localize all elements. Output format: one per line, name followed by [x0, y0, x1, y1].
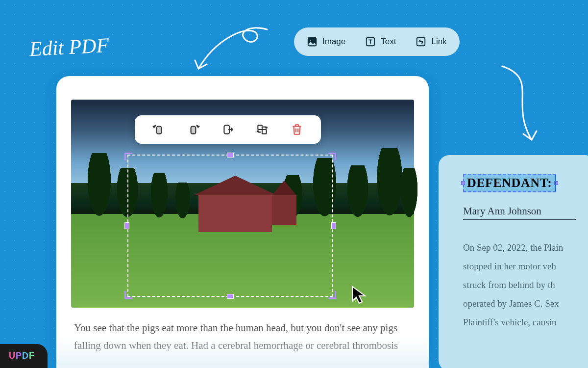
document-card-text: DEFENDANT: Mary Ann Johnson On Sep 02, 2… [439, 155, 588, 368]
brand-letter-d: D [22, 351, 29, 361]
brand-letter-f: F [29, 351, 35, 361]
delete-image-button[interactable] [289, 121, 305, 138]
replace-image-button[interactable] [254, 121, 270, 138]
svg-rect-5 [191, 127, 196, 134]
rotate-left-button[interactable] [150, 121, 167, 138]
image-icon [307, 36, 318, 47]
document-paragraph[interactable]: You see that the pigs eat more than the … [71, 319, 414, 354]
defendant-heading: DEFENDANT: [467, 176, 552, 190]
edit-type-toolbar: Image Text Link [294, 27, 460, 56]
crop-handle-w[interactable] [124, 222, 129, 229]
text-edit-selection[interactable]: DEFENDANT: [463, 174, 556, 192]
tool-text[interactable]: Text [365, 36, 396, 47]
svg-rect-8 [262, 130, 267, 134]
crop-handle-se[interactable] [328, 291, 336, 299]
rotate-left-icon [152, 123, 165, 136]
crop-handle-e[interactable] [331, 222, 336, 229]
text-caret [555, 175, 556, 191]
brand-badge: UPDF [0, 344, 48, 368]
case-body-text[interactable]: On Sep 02, 2022, the Plain stopped in he… [463, 238, 581, 332]
svg-rect-7 [258, 125, 263, 130]
link-icon [416, 36, 426, 47]
crop-handle-n[interactable] [227, 153, 234, 158]
tool-link[interactable]: Link [416, 36, 446, 47]
defendant-name[interactable]: Mary Ann Johnson [463, 205, 576, 220]
crop-handle-s[interactable] [227, 294, 234, 299]
document-card-main: You see that the pigs eat more than the … [56, 76, 429, 368]
crop-handle-nw[interactable] [124, 153, 132, 160]
rotate-right-icon [187, 123, 200, 136]
page-title: Edit PDF [29, 33, 109, 61]
tool-link-label: Link [431, 37, 446, 47]
replace-icon [256, 123, 269, 136]
brand-letter-u: U [9, 351, 16, 361]
tool-image-label: Image [322, 37, 345, 47]
text-icon [365, 36, 376, 47]
brand-letter-p: P [16, 351, 22, 361]
export-icon [221, 123, 234, 136]
embedded-image[interactable] [71, 100, 414, 308]
trash-icon [291, 123, 303, 136]
export-image-button[interactable] [220, 121, 236, 138]
cursor-icon [350, 285, 368, 305]
rotate-right-button[interactable] [185, 121, 202, 138]
image-edit-toolbar [135, 115, 321, 144]
svg-rect-4 [157, 127, 162, 134]
tool-text-label: Text [381, 37, 396, 47]
crop-handle-sw[interactable] [124, 291, 132, 299]
text-handle-left[interactable] [461, 181, 465, 185]
tool-image[interactable]: Image [307, 36, 345, 47]
